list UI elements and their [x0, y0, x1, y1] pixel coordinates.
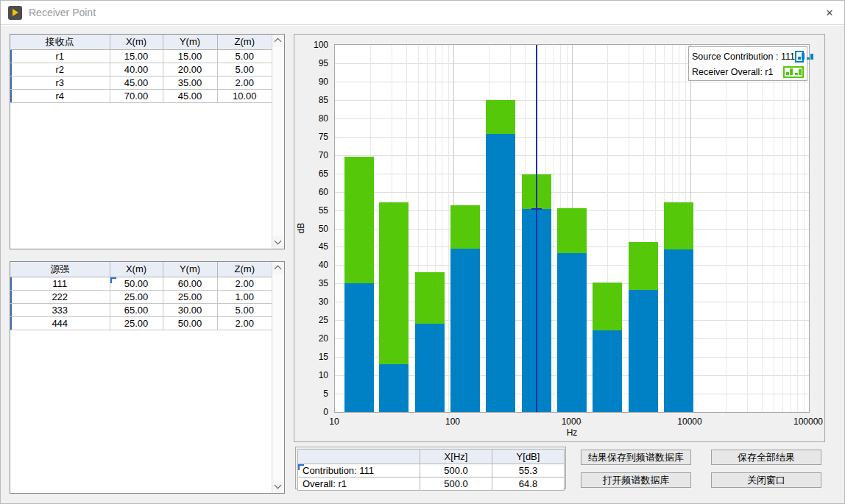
table-cell[interactable]: 60.00 [163, 277, 217, 290]
table-cell[interactable]: 65.00 [110, 303, 163, 316]
bar-segment-overall [415, 272, 445, 324]
y-tick-label: 85 [294, 96, 328, 104]
table-cell[interactable]: r1 [10, 49, 110, 63]
bar-segment-overall [379, 202, 409, 365]
close-icon[interactable]: ✕ [813, 1, 845, 25]
scroll-down-icon[interactable] [272, 236, 284, 249]
table-cell[interactable]: 5.00 [217, 49, 272, 63]
table-cell[interactable]: 45.00 [110, 76, 163, 89]
table-cell[interactable]: 111 [10, 277, 110, 290]
bar-segment-contribution [379, 364, 409, 412]
chevron-down-icon [275, 482, 282, 489]
table-cell[interactable]: 50.00 [110, 277, 163, 290]
table-cell[interactable]: 5.00 [217, 303, 272, 316]
table-cell[interactable]: 2.00 [217, 76, 272, 89]
receiver-table-panel: 接收点X(m)Y(m)Z(m)r115.0015.005.00r240.0020… [10, 34, 285, 249]
chart-plot-area[interactable] [334, 44, 810, 413]
y-tick-label: 45 [294, 242, 328, 251]
scroll-down-icon[interactable] [272, 480, 284, 493]
table-cell[interactable]: 333 [10, 303, 110, 316]
y-tick-label: 75 [294, 132, 328, 141]
table-cell[interactable]: Contribution: 111 [298, 464, 420, 478]
column-header: Z(m) [217, 35, 272, 49]
bar-segment-contribution [344, 283, 374, 412]
table-cell[interactable]: 25.00 [110, 290, 163, 303]
cursor-readout-table: X[Hz]Y[dB]Contribution: 111500.055.3Over… [297, 449, 564, 491]
bar-segment-contribution [629, 290, 658, 412]
table-row: r240.0020.005.00 [10, 63, 272, 76]
table-cell[interactable]: 25.00 [163, 290, 217, 303]
y-tick-label: 55 [294, 206, 328, 215]
receiver-table-scrollbar[interactable] [272, 35, 284, 249]
column-header [298, 450, 420, 464]
table-cell[interactable]: 2.00 [217, 277, 272, 290]
table-cell[interactable]: 50.00 [163, 316, 217, 330]
table-cell[interactable]: 35.00 [163, 76, 217, 89]
table-row: 44425.0050.002.00 [10, 316, 272, 330]
bar-segment-contribution [415, 324, 445, 412]
data-table: 源强X(m)Y(m)Z(m)11150.0060.002.0022225.002… [10, 262, 272, 330]
y-tick-label: 65 [294, 169, 328, 178]
y-tick-label: 40 [294, 260, 328, 269]
table-cell[interactable]: 25.00 [110, 316, 163, 330]
source-table-scrollbar[interactable] [272, 262, 284, 493]
table-cell[interactable]: 5.00 [217, 63, 272, 76]
table-cell[interactable]: 64.8 [492, 478, 565, 491]
table-cell[interactable]: 30.00 [163, 303, 217, 316]
title-bar: Receiver Point ✕ [1, 1, 845, 25]
legend-bar-icon [795, 51, 804, 63]
y-tick-label: 35 [294, 279, 328, 288]
bar-segment-contribution [450, 249, 480, 412]
y-tick-label: 0 [294, 408, 328, 416]
close-window-button[interactable]: 关闭窗口 [711, 472, 821, 488]
window-title: Receiver Point [29, 7, 96, 18]
table-cell[interactable]: 500.0 [420, 478, 492, 491]
scroll-up-icon[interactable] [272, 262, 284, 274]
table-cell[interactable]: 500.0 [420, 464, 492, 478]
save-all-results-button[interactable]: 保存全部结果 [711, 450, 821, 465]
table-cell[interactable]: 15.00 [163, 49, 217, 63]
y-tick-label: 100 [294, 40, 328, 49]
y-tick-label: 70 [294, 151, 328, 160]
table-cell[interactable]: 70.00 [110, 89, 163, 102]
table-cell[interactable]: r3 [10, 76, 110, 89]
y-tick-label: 30 [294, 297, 328, 306]
bar-segment-contribution [557, 253, 587, 412]
table-cell[interactable]: 45.00 [163, 89, 217, 102]
run-arrow-icon [13, 9, 18, 16]
bar-segment-overall [629, 242, 658, 290]
save-results-to-spectrum-db-button[interactable]: 结果保存到频谱数据库 [581, 450, 691, 465]
table-cell[interactable]: 10.00 [217, 89, 272, 102]
chart-cursor-marker[interactable] [531, 208, 542, 210]
column-header: Y(m) [163, 262, 217, 277]
table-cell[interactable]: r2 [10, 63, 110, 76]
open-spectrum-db-button[interactable]: 打开频谱数据库 [581, 472, 691, 488]
table-cell[interactable]: Overall: r1 [298, 478, 420, 491]
column-header: X(m) [110, 35, 163, 49]
receiver-point-window: { "window": { "title": "Receiver Point",… [0, 0, 845, 504]
table-cell[interactable]: 222 [10, 290, 110, 303]
table-cell[interactable]: r4 [10, 89, 110, 102]
y-tick-label: 20 [294, 334, 328, 343]
chart-cursor-line[interactable] [536, 45, 537, 412]
table-cell[interactable]: 444 [10, 316, 110, 330]
table-cell[interactable]: 2.00 [217, 316, 272, 330]
table-cell[interactable]: 20.00 [163, 63, 217, 76]
table-row: r345.0035.002.00 [10, 76, 272, 89]
chevron-down-icon [275, 238, 282, 245]
data-table: 接收点X(m)Y(m)Z(m)r115.0015.005.00r240.0020… [10, 35, 272, 103]
y-tick-label: 5 [294, 389, 328, 398]
table-cell[interactable]: 15.00 [110, 49, 163, 63]
bar-segment-overall [344, 157, 374, 284]
scroll-up-icon[interactable] [272, 35, 284, 47]
x-tick-label: 10 [329, 416, 339, 427]
legend-entry: Source Contribution : 111 [692, 49, 804, 64]
table-cell[interactable]: 55.3 [492, 464, 565, 478]
table-row: 11150.0060.002.00 [10, 277, 272, 290]
data-table: X[Hz]Y[dB]Contribution: 111500.055.3Over… [297, 449, 565, 491]
table-cell[interactable]: 40.00 [110, 63, 163, 76]
table-cell[interactable]: 1.00 [217, 290, 272, 303]
source-table: 源强X(m)Y(m)Z(m)11150.0060.002.0022225.002… [10, 262, 272, 493]
chevron-up-icon [275, 266, 282, 273]
x-tick-label: 100000 [793, 416, 823, 427]
